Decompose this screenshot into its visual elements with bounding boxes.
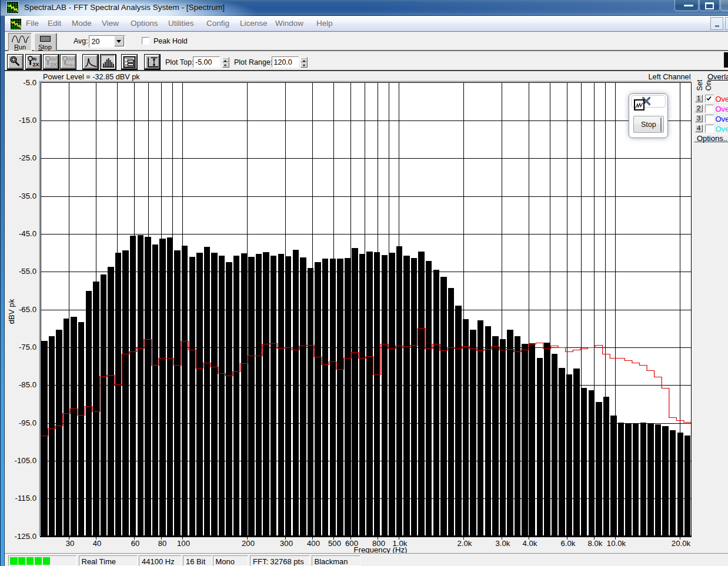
svg-text:400: 400 [307,539,320,548]
svg-text:30: 30 [66,539,75,548]
svg-text:2X: 2X [51,62,57,68]
svg-text:6.0k: 6.0k [561,539,576,548]
svg-text:-55.0: -55.0 [19,267,36,276]
svg-text:100: 100 [177,539,190,548]
svg-text:Left Channel: Left Channel [649,73,691,81]
svg-text:-15.0: -15.0 [19,116,36,125]
svg-text:200: 200 [242,539,255,548]
svg-text:2.0k: 2.0k [457,539,472,548]
svg-text:-25.0: -25.0 [19,153,36,162]
svg-text:dBV pk: dBV pk [7,299,16,324]
svg-text:40: 40 [93,539,102,548]
svg-text:OUT: OUT [51,56,58,61]
svg-text:-115.0: -115.0 [15,494,36,503]
svg-text:2X: 2X [33,62,39,68]
svg-text:8.0k: 8.0k [588,539,603,548]
svg-text:60: 60 [131,539,140,548]
svg-text:-125.0: -125.0 [15,532,36,541]
svg-text:20.0k: 20.0k [672,539,691,548]
svg-text:4.0k: 4.0k [523,539,537,548]
svg-text:OUT: OUT [68,56,75,61]
svg-text:80: 80 [158,539,167,548]
svg-text:-95.0: -95.0 [19,418,36,427]
svg-text:3.0k: 3.0k [496,539,510,548]
svg-text:-105.0: -105.0 [15,456,36,465]
svg-text:500: 500 [328,539,341,548]
svg-text:-75.0: -75.0 [19,343,36,351]
svg-text:-65.0: -65.0 [19,305,36,314]
svg-text:10.0k: 10.0k [607,539,626,548]
svg-text:300: 300 [280,539,293,548]
svg-text:IN: IN [33,56,37,61]
svg-text:-85.0: -85.0 [19,380,36,389]
svg-text:Power Level = -32.85 dBV pk: Power Level = -32.85 dBV pk [43,73,140,81]
svg-text:-5.0: -5.0 [23,78,36,87]
svg-text:-35.0: -35.0 [19,192,36,200]
svg-text:FULL: FULL [66,62,75,66]
svg-text:-45.0: -45.0 [19,229,36,238]
